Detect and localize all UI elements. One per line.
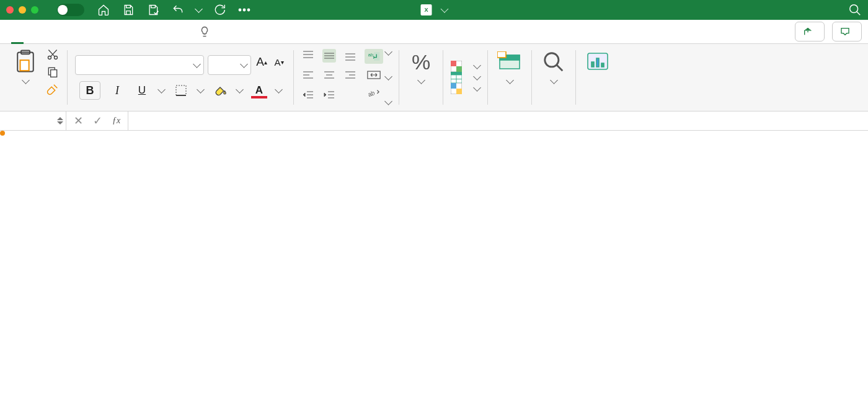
redo-icon[interactable] (213, 3, 226, 17)
ribbon-tabs (0, 20, 868, 44)
document-title[interactable]: X (421, 4, 448, 15)
close-window-icon[interactable] (6, 6, 14, 14)
comments-button[interactable] (832, 22, 862, 42)
align-left-icon[interactable] (301, 69, 315, 82)
group-alignment: ab ab (295, 46, 397, 108)
tab-insert[interactable] (29, 20, 51, 43)
align-middle-icon[interactable] (322, 49, 336, 63)
merge-more-icon[interactable] (384, 72, 392, 81)
group-styles (445, 46, 486, 108)
cond-fmt-icon (451, 61, 462, 72)
fill-more-icon[interactable] (236, 85, 244, 94)
font-color-more-icon[interactable] (275, 85, 283, 94)
underline-more-icon[interactable] (157, 85, 166, 94)
formula-input[interactable] (128, 111, 868, 130)
analyze-icon (583, 48, 612, 76)
svg-rect-17 (451, 61, 456, 66)
borders-more-icon[interactable] (197, 85, 205, 94)
share-button[interactable] (795, 22, 825, 42)
editing-button[interactable] (539, 48, 568, 85)
autosave-toggle[interactable] (57, 4, 84, 16)
number-format-button[interactable]: % (407, 48, 435, 85)
analyze-data-button[interactable] (583, 48, 612, 76)
fx-icon[interactable]: ƒx (112, 116, 120, 126)
wrap-text-icon[interactable]: ab (365, 49, 383, 64)
format-as-table-button[interactable] (451, 72, 480, 83)
align-right-icon[interactable] (343, 69, 357, 82)
group-number: % (401, 46, 441, 108)
cell-styles-button[interactable] (451, 83, 480, 94)
minimize-window-icon[interactable] (19, 6, 26, 14)
group-clipboard (5, 46, 66, 108)
italic-button[interactable]: I (109, 84, 125, 97)
name-box[interactable] (0, 111, 66, 130)
format-painter-icon[interactable] (46, 82, 60, 96)
search-icon[interactable] (848, 3, 862, 17)
paste-chevron-icon[interactable] (22, 76, 30, 84)
chevron-down-icon (240, 60, 248, 68)
number-chevron-icon[interactable] (417, 76, 425, 84)
cells-button[interactable] (495, 48, 524, 85)
align-bottom-icon[interactable] (343, 49, 357, 63)
conditional-formatting-button[interactable] (451, 61, 480, 72)
tab-page-layout[interactable] (73, 20, 95, 43)
excel-file-icon: X (421, 4, 432, 15)
tab-data[interactable] (118, 20, 140, 43)
merge-cells-icon[interactable] (365, 68, 383, 82)
cancel-edit-icon[interactable]: ✕ (74, 114, 83, 128)
window-controls[interactable] (6, 6, 38, 14)
home-icon[interactable] (97, 3, 110, 17)
svg-rect-26 (497, 51, 506, 58)
title-bar-right (848, 3, 862, 17)
bulb-icon (198, 25, 211, 38)
underline-button[interactable]: U (134, 84, 150, 97)
tab-review[interactable] (140, 20, 162, 43)
font-family-combo[interactable] (75, 55, 204, 75)
name-box-spinner[interactable] (57, 117, 63, 125)
orient-more-icon[interactable] (384, 97, 392, 105)
undo-icon[interactable] (171, 3, 185, 17)
align-center-icon[interactable] (322, 69, 336, 82)
borders-icon[interactable] (173, 84, 189, 97)
align-top-icon[interactable] (301, 49, 315, 63)
svg-rect-31 (601, 63, 604, 67)
orientation-icon[interactable]: ab (365, 86, 383, 101)
svg-text:ab: ab (367, 89, 376, 98)
tab-home[interactable] (6, 20, 29, 43)
wrap-more-icon[interactable] (384, 48, 392, 56)
confirm-edit-icon[interactable]: ✓ (93, 114, 102, 128)
svg-point-2 (247, 9, 249, 11)
svg-text:ab: ab (368, 52, 373, 58)
autosave-control[interactable] (52, 4, 84, 16)
find-icon (539, 48, 568, 76)
chevron-down-icon (193, 60, 201, 68)
decrease-indent-icon[interactable] (301, 89, 315, 102)
paste-button[interactable] (11, 48, 40, 85)
group-editing (533, 46, 574, 108)
tab-view[interactable] (162, 20, 185, 43)
tab-draw[interactable] (51, 20, 73, 43)
maximize-window-icon[interactable] (31, 6, 38, 14)
cut-icon[interactable] (46, 48, 60, 61)
tab-formulas[interactable] (95, 20, 118, 43)
clipboard-icon (11, 48, 40, 76)
percent-icon: % (407, 48, 435, 76)
more-icon[interactable] (237, 3, 251, 17)
font-color-icon[interactable]: A (251, 84, 267, 97)
undo-more-icon[interactable] (195, 5, 203, 13)
fill-color-icon[interactable] (212, 84, 228, 97)
copy-icon[interactable] (46, 65, 60, 79)
svg-point-1 (243, 9, 245, 11)
bold-button[interactable]: B (79, 81, 100, 100)
font-size-combo[interactable] (208, 55, 251, 75)
save-icon[interactable] (122, 3, 135, 17)
tell-me[interactable] (187, 20, 227, 43)
cells-icon (495, 48, 524, 76)
svg-point-3 (850, 5, 858, 13)
group-font: A▴ A▾ B I U A (69, 46, 292, 108)
increase-indent-icon[interactable] (322, 89, 336, 102)
save-copy-icon[interactable] (146, 3, 160, 17)
grow-font-icon[interactable]: A▴ (255, 55, 268, 69)
shrink-font-icon[interactable]: A▾ (272, 55, 286, 69)
title-chevron-icon[interactable] (441, 5, 449, 13)
